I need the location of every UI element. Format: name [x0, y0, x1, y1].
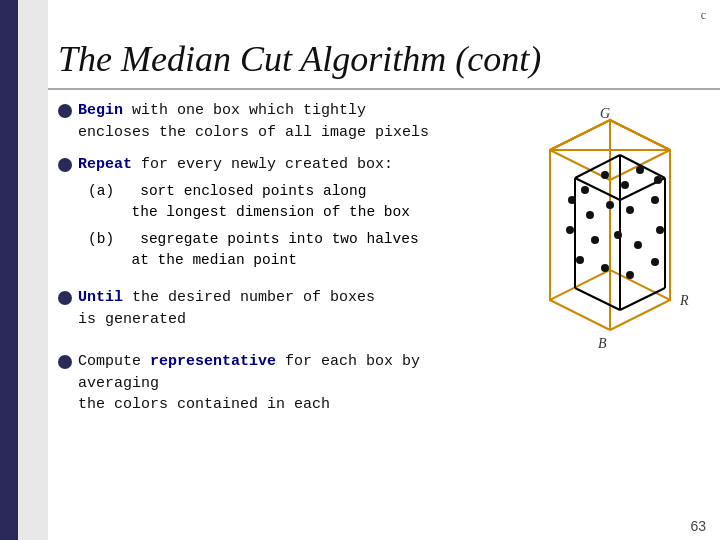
- svg-line-3: [610, 120, 670, 150]
- bullet-3-text: Until the desired number of boxesis gene…: [78, 287, 375, 331]
- sub-label-b: (b): [88, 231, 114, 247]
- sub-item-b: (b) segregate points into two halves at …: [88, 229, 510, 271]
- svg-point-41: [566, 226, 574, 234]
- bullet-4: Compute representative for each box by a…: [58, 351, 510, 416]
- svg-point-35: [634, 241, 642, 249]
- svg-point-29: [586, 211, 594, 219]
- g-axis-label: G: [600, 106, 610, 121]
- title-bar: The Median Cut Algorithm (cont): [48, 0, 720, 90]
- svg-point-39: [626, 271, 634, 279]
- diagram-section: G: [510, 100, 710, 510]
- sub-items: (a) sort enclosed points along the longe…: [88, 181, 510, 271]
- r-axis-label: R: [679, 293, 689, 308]
- svg-point-33: [591, 236, 599, 244]
- svg-point-24: [581, 186, 589, 194]
- bullet-3-rest: the desired number of boxesis generated: [78, 289, 375, 328]
- bullet-dot-4: [58, 355, 72, 369]
- sub-item-b-text: segregate points into two halves at the …: [88, 231, 419, 268]
- b-axis-label: B: [598, 336, 607, 351]
- dark-strip: [0, 0, 18, 540]
- text-section: Begin with one box which tightlyencloses…: [58, 100, 510, 510]
- svg-point-28: [654, 176, 662, 184]
- page-number: 63: [690, 518, 706, 534]
- light-strip: [18, 0, 48, 540]
- bullet-dot-3: [58, 291, 72, 305]
- main-content: Begin with one box which tightlyencloses…: [58, 100, 710, 510]
- svg-point-40: [651, 258, 659, 266]
- svg-point-38: [601, 264, 609, 272]
- keyword-until: Until: [78, 289, 123, 306]
- bullet-3: Until the desired number of boxesis gene…: [58, 287, 510, 331]
- svg-line-10: [550, 300, 610, 330]
- bullet-1: Begin with one box which tightlyencloses…: [58, 100, 510, 144]
- svg-point-27: [636, 166, 644, 174]
- left-sidebar: [0, 0, 48, 540]
- rgb-cube-diagram: G: [510, 100, 710, 420]
- keyword-repeat: Repeat: [78, 156, 132, 173]
- keyword-representative: representative: [150, 353, 276, 370]
- bullet-2-rest: for every newly created box:: [132, 156, 393, 173]
- top-right-decoration: c: [701, 8, 706, 23]
- svg-point-31: [626, 206, 634, 214]
- slide-title: The Median Cut Algorithm (cont): [48, 40, 541, 80]
- bullet-dot-1: [58, 104, 72, 118]
- svg-line-14: [620, 155, 665, 178]
- svg-line-21: [575, 288, 620, 310]
- svg-point-25: [601, 171, 609, 179]
- slide: The Median Cut Algorithm (cont) c Begin …: [0, 0, 720, 540]
- svg-point-36: [656, 226, 664, 234]
- svg-marker-1: [550, 120, 610, 300]
- svg-point-37: [576, 256, 584, 264]
- bullet-1-text: Begin with one box which tightlyencloses…: [78, 100, 429, 144]
- bullet-1-rest: with one box which tightlyencloses the c…: [78, 102, 429, 141]
- sub-label-a: (a): [88, 183, 114, 199]
- svg-point-42: [568, 196, 576, 204]
- bullet-dot-2: [58, 158, 72, 172]
- svg-point-30: [606, 201, 614, 209]
- sub-item-a-text: sort enclosed points along the longest d…: [88, 183, 410, 220]
- svg-point-34: [614, 231, 622, 239]
- bullet-4-compute: Compute: [78, 353, 150, 370]
- keyword-begin: Begin: [78, 102, 123, 119]
- svg-point-32: [651, 196, 659, 204]
- bullet-2-text: Repeat for every newly created box:: [78, 154, 393, 176]
- bullet-4-text: Compute representative for each box by a…: [78, 351, 510, 416]
- bullet-2: Repeat for every newly created box: (a) …: [58, 154, 510, 278]
- bottom-strip: [0, 510, 18, 540]
- sub-item-a: (a) sort enclosed points along the longe…: [88, 181, 510, 223]
- svg-point-26: [621, 181, 629, 189]
- svg-line-6: [550, 120, 610, 150]
